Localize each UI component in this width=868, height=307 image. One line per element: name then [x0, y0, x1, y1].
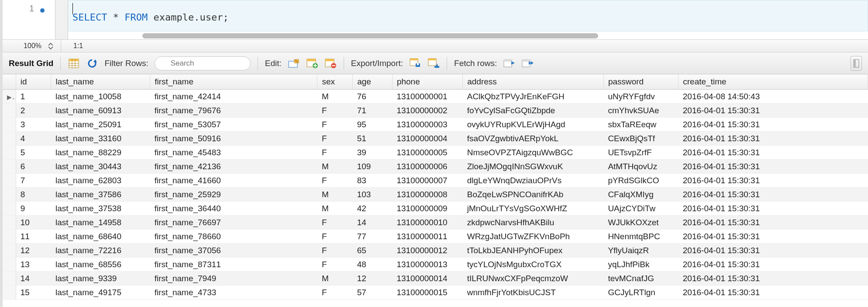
cell-age[interactable]: 95	[353, 118, 393, 132]
cell-id[interactable]: 4	[16, 132, 51, 146]
table-row[interactable]: 3last_name_25091first_name_53057F9513100…	[3, 118, 868, 132]
cell-address[interactable]: BoZqeLwSPNCOanifrKAb	[463, 188, 604, 202]
row-marker[interactable]	[3, 244, 16, 258]
cell-address[interactable]: foYvCylSaFcGQtiZbpde	[463, 104, 604, 118]
cell-age[interactable]: 71	[353, 104, 393, 118]
cell-create_time[interactable]: 2016-04-01 15:30:31	[679, 202, 868, 216]
insert-row-icon[interactable]	[306, 57, 318, 70]
cell-address[interactable]: dlgLeYWnqDwziauOPrVs	[463, 174, 604, 188]
cell-last_name[interactable]: last_name_49175	[51, 286, 150, 300]
cell-sex[interactable]: F	[317, 146, 353, 160]
table-row[interactable]: 13last_name_68556first_name_87311F481310…	[3, 258, 868, 272]
cell-first_name[interactable]: first_name_42414	[150, 90, 317, 104]
cell-phone[interactable]: 13100000005	[392, 146, 462, 160]
cell-age[interactable]: 77	[353, 230, 393, 244]
cell-address[interactable]: jMnOuLrTYsVgSGoXWHfZ	[463, 202, 604, 216]
cell-first_name[interactable]: first_name_41660	[150, 174, 317, 188]
table-row[interactable]: 4last_name_33160first_name_50916F5113100…	[3, 132, 868, 146]
row-marker[interactable]	[3, 272, 16, 286]
cell-id[interactable]: 12	[16, 244, 51, 258]
result-grid[interactable]: idlast_namefirst_namesexagephoneaddressp…	[3, 74, 868, 307]
cell-age[interactable]: 57	[353, 286, 393, 300]
cell-last_name[interactable]: last_name_10058	[51, 90, 150, 104]
cell-password[interactable]: UAjzCYDiTw	[603, 202, 678, 216]
sql-code-line[interactable]: SELECT * FROM example.user;	[68, 0, 868, 31]
cell-age[interactable]: 14	[353, 216, 393, 230]
cell-age[interactable]: 51	[353, 132, 393, 146]
editor-horizontal-scrollbar[interactable]	[142, 33, 794, 39]
row-marker[interactable]	[3, 104, 16, 118]
cell-phone[interactable]: 13100000009	[392, 202, 462, 216]
fetch-all-icon[interactable]	[521, 57, 534, 70]
import-icon[interactable]	[427, 57, 440, 70]
cell-first_name[interactable]: first_name_25929	[150, 188, 317, 202]
row-marker[interactable]	[3, 160, 16, 174]
row-marker[interactable]	[3, 216, 16, 230]
column-header-phone[interactable]: phone	[392, 74, 462, 90]
table-row[interactable]: 8last_name_37586first_name_25929M1031310…	[3, 188, 868, 202]
cell-phone[interactable]: 13100000002	[392, 104, 462, 118]
cell-phone[interactable]: 13100000007	[392, 174, 462, 188]
cell-first_name[interactable]: first_name_42136	[150, 160, 317, 174]
cell-sex[interactable]: F	[317, 132, 353, 146]
cell-id[interactable]: 13	[16, 258, 51, 272]
cell-password[interactable]: AtMTHqovUz	[603, 160, 678, 174]
cell-last_name[interactable]: last_name_60913	[51, 104, 150, 118]
cell-address[interactable]: tToLkbJEANHPyhOFupex	[463, 244, 604, 258]
cell-create_time[interactable]: 2016-04-01 15:30:31	[679, 188, 868, 202]
cell-first_name[interactable]: first_name_36440	[150, 202, 317, 216]
column-header-id[interactable]: id	[16, 74, 51, 90]
delete-row-icon[interactable]	[324, 57, 337, 70]
cell-sex[interactable]: F	[317, 104, 353, 118]
column-header-sex[interactable]: sex	[317, 74, 353, 90]
column-header-address[interactable]: address	[463, 74, 604, 90]
cell-last_name[interactable]: last_name_88229	[51, 146, 150, 160]
row-marker[interactable]: ▶	[3, 90, 16, 104]
row-marker[interactable]	[3, 132, 16, 146]
fetch-next-icon[interactable]	[503, 57, 515, 70]
cell-password[interactable]: CFalqXMIyg	[603, 188, 678, 202]
cell-id[interactable]: 1	[16, 90, 51, 104]
table-row[interactable]: 6last_name_30443first_name_42136M1091310…	[3, 160, 868, 174]
export-icon[interactable]	[409, 57, 421, 70]
cell-first_name[interactable]: first_name_50916	[150, 132, 317, 146]
cell-create_time[interactable]: 2016-04-01 15:30:31	[679, 118, 868, 132]
cell-age[interactable]: 48	[353, 258, 393, 272]
cell-address[interactable]: wnmfhFjrYotKbisUCJST	[463, 286, 604, 300]
table-row[interactable]: 5last_name_88229first_name_45483F3913100…	[3, 146, 868, 160]
cell-sex[interactable]: M	[317, 188, 353, 202]
cell-address[interactable]: AClkQbzTPVyJrEnKeFGH	[463, 90, 604, 104]
cell-phone[interactable]: 13100000011	[392, 230, 462, 244]
cell-first_name[interactable]: first_name_53057	[150, 118, 317, 132]
cell-sex[interactable]: M	[317, 272, 353, 286]
column-header-create_time[interactable]: create_time	[679, 74, 868, 90]
cell-password[interactable]: cmYhvkSUAe	[603, 104, 678, 118]
cell-create_time[interactable]: 2016-04-01 15:30:31	[679, 104, 868, 118]
cell-id[interactable]: 7	[16, 174, 51, 188]
cell-id[interactable]: 5	[16, 146, 51, 160]
row-marker[interactable]	[3, 188, 16, 202]
cell-id[interactable]: 11	[16, 230, 51, 244]
cell-address[interactable]: ovykUYRupKVLErWjHAgd	[463, 118, 604, 132]
edit-row-icon[interactable]	[288, 57, 300, 70]
table-row[interactable]: ▶1last_name_10058first_name_42414M761310…	[3, 90, 868, 104]
cell-last_name[interactable]: last_name_68556	[51, 258, 150, 272]
cell-phone[interactable]: 13100000008	[392, 188, 462, 202]
row-marker[interactable]	[3, 174, 16, 188]
cell-create_time[interactable]: 2016-04-01 15:30:31	[679, 216, 868, 230]
cell-password[interactable]: tevMCnafJG	[603, 272, 678, 286]
cell-password[interactable]: uNyRYFgfdv	[603, 90, 678, 104]
cell-sex[interactable]: F	[317, 118, 353, 132]
cell-password[interactable]: YflyUaiqzR	[603, 244, 678, 258]
cell-phone[interactable]: 13100000010	[392, 216, 462, 230]
cell-first_name[interactable]: first_name_79676	[150, 104, 317, 118]
cell-first_name[interactable]: first_name_7949	[150, 272, 317, 286]
cell-create_time[interactable]: 2016-04-01 15:30:31	[679, 174, 868, 188]
cell-create_time[interactable]: 2016-04-01 15:30:31	[679, 286, 868, 300]
cell-first_name[interactable]: first_name_45483	[150, 146, 317, 160]
cell-create_time[interactable]: 2016-04-01 15:30:31	[679, 160, 868, 174]
cell-password[interactable]: HNenmtqBPC	[603, 230, 678, 244]
cell-sex[interactable]: M	[317, 90, 353, 104]
row-marker[interactable]	[3, 230, 16, 244]
row-marker[interactable]	[3, 118, 16, 132]
